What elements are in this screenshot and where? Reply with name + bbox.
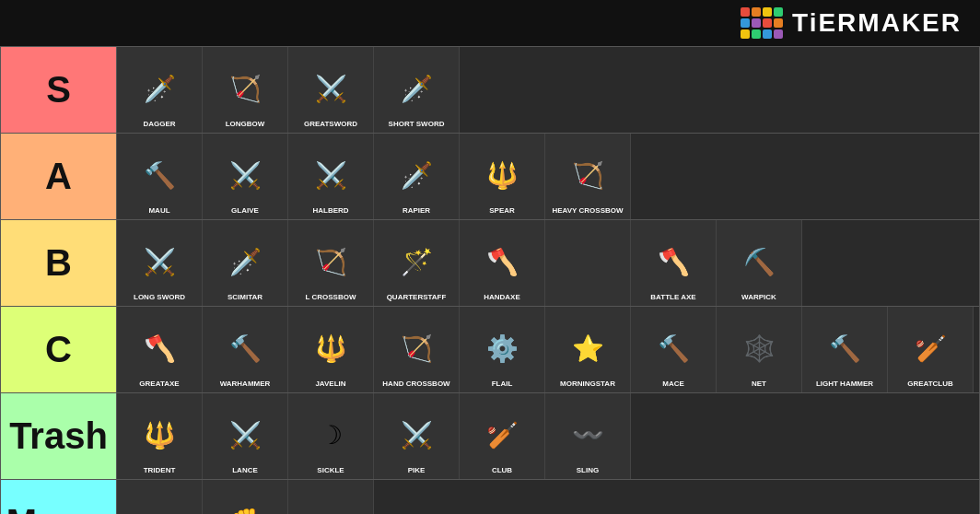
weapon-label-glaive: GLAIVE xyxy=(231,207,259,216)
weapon-icon-spear: 🔱 xyxy=(468,146,537,205)
tier-item-lance: ⚔️LANCE xyxy=(203,393,288,479)
tier-items-c: 🪓GREATAXE🔨WARHAMMER🔱JAVELIN🏹HAND CROSSBO… xyxy=(116,307,979,392)
weapon-icon-trident: 🔱 xyxy=(125,405,194,465)
weapon-label-dagger: DAGGER xyxy=(143,121,175,129)
weapon-label-club: CLUB xyxy=(492,467,512,475)
logo-cell-10 xyxy=(763,29,772,39)
logo-cell-1 xyxy=(752,7,761,17)
tier-label-meme: Meme xyxy=(1,480,116,514)
weapon-label-long-sword: LONG SWORD xyxy=(134,294,185,302)
weapon-icon-scimitar: 🗡️ xyxy=(211,232,280,292)
weapon-icon-javelin: 🔱 xyxy=(297,319,366,379)
tier-item-club: 🏏CLUB xyxy=(460,393,545,479)
tier-item-javelin: 🔱JAVELIN xyxy=(288,307,374,392)
tier-item-mace: 🔨MACE xyxy=(631,307,717,392)
logo-cell-11 xyxy=(774,29,783,39)
weapon-icon-unarmed: ✊ xyxy=(211,492,280,514)
logo-cell-6 xyxy=(763,18,772,28)
header: TiERMAKER xyxy=(0,0,980,46)
tier-item-greataxe: 🪓GREATAXE xyxy=(117,307,203,392)
logo-grid xyxy=(741,7,783,39)
tier-item-net: 🕸️NET xyxy=(717,307,802,392)
weapon-label-greataxe: GREATAXE xyxy=(139,380,179,389)
weapon-label-mace: MACE xyxy=(662,380,684,389)
tier-item-blowgun: 〰️BLOWGUN xyxy=(117,480,203,514)
tier-row-b: B⚔️LONG SWORD🗡️SCIMITAR🏹L CROSSBOW🪄QUART… xyxy=(1,220,979,307)
tier-item-greatsword: ⚔️GREATSWORD xyxy=(288,47,374,133)
weapon-label-halberd: HALBERD xyxy=(312,207,348,216)
tier-label-s: S xyxy=(1,47,116,133)
logo-cell-3 xyxy=(774,7,783,17)
logo-cell-7 xyxy=(774,18,783,28)
tier-item-long-sword: ⚔️LONG SWORD xyxy=(117,220,203,306)
weapon-icon-maul: 🔨 xyxy=(125,146,194,205)
weapon-icon-flail: ⚙️ xyxy=(468,319,537,379)
weapon-label-longbow: LONGBOW xyxy=(226,121,265,129)
weapon-label-spear: SPEAR xyxy=(489,207,515,216)
weapon-icon-quarterstaff: 🪄 xyxy=(382,232,451,292)
weapon-icon-blowgun: 〰️ xyxy=(125,492,194,514)
weapon-icon-whip: 〰️ xyxy=(297,492,366,514)
weapon-icon-dagger: 🗡️ xyxy=(125,59,194,119)
tier-item-pike: ⚔️PIKE xyxy=(374,393,460,479)
weapon-icon-warhammer: 🔨 xyxy=(211,319,280,379)
tier-item-scimitar: 🗡️SCIMITAR xyxy=(203,220,288,306)
weapon-icon-glaive: ⚔️ xyxy=(211,146,280,205)
tier-item-trident: 🔱TRIDENT xyxy=(117,393,203,479)
tier-label-b: B xyxy=(1,220,116,306)
weapon-label-hand-crossbow: HAND CROSSBOW xyxy=(382,380,449,389)
tier-item-halberd: ⚔️HALBERD xyxy=(288,134,374,219)
tier-items-trash: 🔱TRIDENT⚔️LANCE☽SICKLE⚔️PIKE🏏CLUB〰️SLING xyxy=(116,393,979,479)
weapon-label-battle-axe: BATTLE AXE xyxy=(650,294,695,302)
logo-cell-4 xyxy=(741,18,750,28)
tier-item-l-crossbow: 🏹L CROSSBOW xyxy=(288,220,374,306)
weapon-label-rapier: RAPIER xyxy=(402,207,430,216)
weapon-label-heavy-crossbow: HEAVY CROSSBOW xyxy=(552,207,623,216)
tier-item-heavy-crossbow: 🏹HEAVY CROSSBOW xyxy=(545,134,631,219)
tier-item-warpick: ⛏️WARPICK xyxy=(717,220,802,306)
weapon-label-morningstar: MORNINGSTAR xyxy=(560,380,615,389)
tier-item-flail: ⚙️FLAIL xyxy=(460,307,545,392)
weapon-icon-handaxe: 🪓 xyxy=(468,232,537,292)
tier-item-handaxe: 🪓HANDAXE xyxy=(460,220,545,306)
weapon-icon-pike: ⚔️ xyxy=(382,405,451,465)
tier-item-empty-b-5 xyxy=(545,220,631,306)
tier-item-short-sword: 🗡️SHORT SWORD xyxy=(374,47,460,133)
tier-table: S🗡️DAGGER🏹LONGBOW⚔️GREATSWORD🗡️SHORT SWO… xyxy=(0,46,980,514)
tier-item-morningstar: ⭐MORNINGSTAR xyxy=(545,307,631,392)
tier-label-trash: Trash xyxy=(1,393,116,479)
logo-cell-0 xyxy=(741,7,750,17)
weapon-label-sling: SLING xyxy=(577,467,599,475)
weapon-label-flail: FLAIL xyxy=(492,380,513,389)
tier-item-glaive: ⚔️GLAIVE xyxy=(203,134,288,219)
tier-row-a: A🔨MAUL⚔️GLAIVE⚔️HALBERD🗡️RAPIER🔱SPEAR🏹HE… xyxy=(1,134,979,220)
weapon-label-pike: PIKE xyxy=(408,467,426,475)
logo: TiERMAKER xyxy=(741,7,962,39)
tier-item-light-hammer: 🔨LIGHT HAMMER xyxy=(802,307,888,392)
weapon-icon-longbow: 🏹 xyxy=(211,59,280,119)
logo-text: TiERMAKER xyxy=(792,8,962,38)
tier-item-longbow: 🏹LONGBOW xyxy=(203,47,288,133)
weapon-label-sickle: SICKLE xyxy=(317,467,344,475)
tier-row-meme: Meme〰️BLOWGUN✊UNARMED〰️WHIP xyxy=(1,480,979,514)
logo-cell-8 xyxy=(741,29,750,39)
weapon-label-warpick: WARPICK xyxy=(741,294,776,302)
weapon-icon-morningstar: ⭐ xyxy=(554,319,623,379)
tier-items-meme: 〰️BLOWGUN✊UNARMED〰️WHIP xyxy=(116,480,979,514)
weapon-icon-greatclub: 🏏 xyxy=(896,319,965,379)
weapon-icon-battle-axe: 🪓 xyxy=(639,232,708,292)
weapon-icon-club: 🏏 xyxy=(468,405,537,465)
weapon-label-light-hammer: LIGHT HAMMER xyxy=(816,380,873,389)
tier-item-sickle: ☽SICKLE xyxy=(288,393,374,479)
tier-item-dagger: 🗡️DAGGER xyxy=(117,47,203,133)
weapon-label-greatclub: GREATCLUB xyxy=(907,380,953,389)
weapon-icon-net: 🕸️ xyxy=(725,319,794,379)
tier-item-quarterstaff: 🪄QUARTERSTAFF xyxy=(374,220,460,306)
weapon-icon-lance: ⚔️ xyxy=(211,405,280,465)
weapon-icon-light-hammer: 🔨 xyxy=(811,319,880,379)
tier-label-a: A xyxy=(1,134,116,219)
logo-cell-9 xyxy=(752,29,761,39)
weapon-label-short-sword: SHORT SWORD xyxy=(389,121,445,129)
weapon-label-maul: MAUL xyxy=(148,207,169,216)
tier-row-trash: Trash🔱TRIDENT⚔️LANCE☽SICKLE⚔️PIKE🏏CLUB〰️… xyxy=(1,393,979,480)
